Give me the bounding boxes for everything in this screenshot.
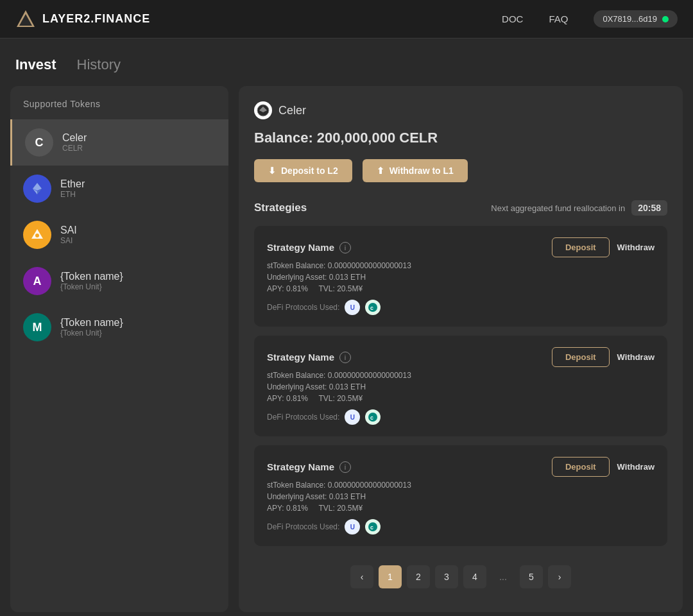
celer-info: Celer CELR: [62, 132, 87, 153]
strategy-3-withdraw-button[interactable]: Withdraw: [617, 462, 654, 472]
strategy-1-withdraw-button[interactable]: Withdraw: [617, 243, 654, 252]
svg-text:c: c: [370, 305, 373, 311]
header: LAYER2.FINANCE DOC FAQ 0X7819...6d19: [0, 0, 693, 38]
strategy-card-3-header: Strategy Name i Deposit Withdraw: [267, 457, 654, 477]
upload-icon: ⬆: [377, 166, 384, 176]
sidebar-item-token2[interactable]: M {Token name} {Token Unit}: [10, 304, 228, 350]
strategy-card-1: Strategy Name i Deposit Withdraw stToken…: [254, 226, 667, 327]
strategy-2-withdraw-button[interactable]: Withdraw: [617, 352, 654, 362]
sai-symbol: SAI: [60, 236, 77, 245]
strategies-header: Strategies Next aggregated fund realloca…: [254, 200, 667, 216]
celer-name: Celer: [62, 132, 87, 144]
protocol-icon-2b: c: [365, 409, 381, 425]
page-5-button[interactable]: 5: [520, 565, 543, 588]
tab-history[interactable]: History: [77, 56, 121, 73]
sidebar-title: Supported Tokens: [10, 99, 228, 119]
sai-icon: [23, 221, 51, 249]
svg-text:c: c: [370, 415, 373, 421]
sidebar: Supported Tokens C Celer CELR Ether ETH: [10, 86, 228, 612]
sidebar-item-token1[interactable]: A {Token name} {Token Unit}: [10, 258, 228, 304]
protocol-icon-3a: U: [345, 519, 360, 535]
ether-icon: [23, 175, 51, 203]
token1-info: {Token name} {Token Unit}: [60, 271, 123, 291]
strategy-2-balance: stToken Balance: 0.000000000000000013: [267, 371, 654, 380]
page-2-button[interactable]: 2: [407, 565, 430, 588]
strategy-2-deposit-button[interactable]: Deposit: [552, 347, 610, 367]
nav-faq[interactable]: FAQ: [549, 13, 568, 24]
page-ellipsis: ...: [492, 565, 515, 588]
token1-symbol: {Token Unit}: [60, 282, 123, 291]
token2-icon: M: [23, 313, 51, 341]
celer-symbol: CELR: [62, 144, 87, 153]
logo-icon: [15, 9, 36, 30]
realloc-info: Next aggregated fund reallocation in 20:…: [491, 200, 667, 216]
panel-header: Celer: [254, 101, 667, 119]
strategy-3-name-row: Strategy Name i: [267, 461, 351, 473]
timer-badge: 20:58: [631, 200, 667, 216]
pagination: ‹ 1 2 3 4 ... 5 ›: [254, 555, 667, 591]
ether-info: Ether ETH: [60, 178, 85, 199]
strategy-3-protocols: DeFi Protocols Used: U c: [267, 519, 654, 535]
deposit-label: Deposit to L2: [281, 166, 338, 176]
deposit-to-l2-button[interactable]: ⬇ Deposit to L2: [254, 159, 352, 182]
protocol-icon-1b: c: [365, 300, 381, 315]
strategy-1-name-row: Strategy Name i: [267, 242, 351, 253]
sidebar-item-sai[interactable]: SAI SAI: [10, 212, 228, 258]
panel-token-name: Celer: [278, 104, 306, 117]
main-layout: Supported Tokens C Celer CELR Ether ETH: [0, 86, 693, 612]
strategy-2-apy: APY: 0.81%: [267, 394, 308, 403]
strategy-3-balance: stToken Balance: 0.000000000000000013: [267, 481, 654, 490]
protocols-label-3: DeFi Protocols Used:: [267, 522, 339, 531]
sidebar-item-celer[interactable]: C Celer CELR: [10, 119, 228, 166]
strategy-1-info-icon[interactable]: i: [339, 242, 351, 253]
page-next-button[interactable]: ›: [548, 565, 571, 588]
strategy-3-deposit-button[interactable]: Deposit: [552, 457, 610, 477]
wallet-connected-dot: [662, 16, 669, 22]
strategy-3-actions: Deposit Withdraw: [552, 457, 654, 477]
strategy-1-tvl: TVL: 20.5M¥: [319, 284, 363, 293]
strategy-2-tvl: TVL: 20.5M¥: [319, 394, 363, 403]
page-1-button[interactable]: 1: [379, 565, 402, 588]
balance-label: Balance:: [254, 130, 313, 146]
strategy-1-apy: APY: 0.81%: [267, 284, 308, 293]
strategy-1-name: Strategy Name: [267, 242, 334, 253]
balance-display: Balance: 200,000,000 CELR: [254, 130, 667, 146]
balance-value: 200,000,000 CELR: [317, 130, 438, 146]
wallet-address: 0X7819...6d19: [603, 14, 657, 24]
page-header: Invest History: [0, 38, 693, 86]
strategy-3-info-icon[interactable]: i: [339, 461, 351, 473]
page-prev-button[interactable]: ‹: [350, 565, 373, 588]
strategy-1-stats: APY: 0.81% TVL: 20.5M¥: [267, 284, 654, 293]
strategy-1-protocols: DeFi Protocols Used: U c: [267, 300, 654, 315]
sai-name: SAI: [60, 225, 77, 236]
wallet-badge[interactable]: 0X7819...6d19: [594, 10, 678, 28]
strategy-2-underlying: Underlying Asset: 0.013 ETH: [267, 382, 654, 391]
ether-symbol: ETH: [60, 190, 85, 199]
tab-invest[interactable]: Invest: [15, 56, 56, 73]
strategy-2-protocols: DeFi Protocols Used: U c: [267, 409, 654, 425]
page-4-button[interactable]: 4: [463, 565, 486, 588]
ether-name: Ether: [60, 178, 85, 190]
sidebar-item-ether[interactable]: Ether ETH: [10, 166, 228, 212]
sai-info: SAI SAI: [60, 225, 77, 245]
page-3-button[interactable]: 3: [435, 565, 458, 588]
strategy-1-actions: Deposit Withdraw: [552, 237, 654, 257]
token2-name: {Token name}: [60, 317, 123, 329]
header-nav: DOC FAQ 0X7819...6d19: [502, 10, 678, 28]
strategy-2-name: Strategy Name: [267, 352, 334, 363]
strategy-3-apy: APY: 0.81%: [267, 504, 308, 513]
strategy-3-stats: APY: 0.81% TVL: 20.5M¥: [267, 504, 654, 513]
withdraw-to-l1-button[interactable]: ⬆ Withdraw to L1: [363, 159, 468, 182]
strategy-1-balance: stToken Balance: 0.000000000000000013: [267, 261, 654, 270]
protocol-icon-2a: U: [345, 409, 360, 425]
right-panel: Celer Balance: 200,000,000 CELR ⬇ Deposi…: [239, 86, 683, 612]
strategy-2-actions: Deposit Withdraw: [552, 347, 654, 367]
strategy-1-underlying: Underlying Asset: 0.013 ETH: [267, 273, 654, 282]
action-buttons: ⬇ Deposit to L2 ⬆ Withdraw to L1: [254, 159, 667, 182]
token2-symbol: {Token Unit}: [60, 329, 123, 338]
download-icon: ⬇: [268, 166, 276, 176]
nav-doc[interactable]: DOC: [502, 13, 523, 24]
strategy-1-deposit-button[interactable]: Deposit: [552, 237, 610, 257]
strategy-2-stats: APY: 0.81% TVL: 20.5M¥: [267, 394, 654, 403]
strategy-2-info-icon[interactable]: i: [339, 352, 351, 363]
